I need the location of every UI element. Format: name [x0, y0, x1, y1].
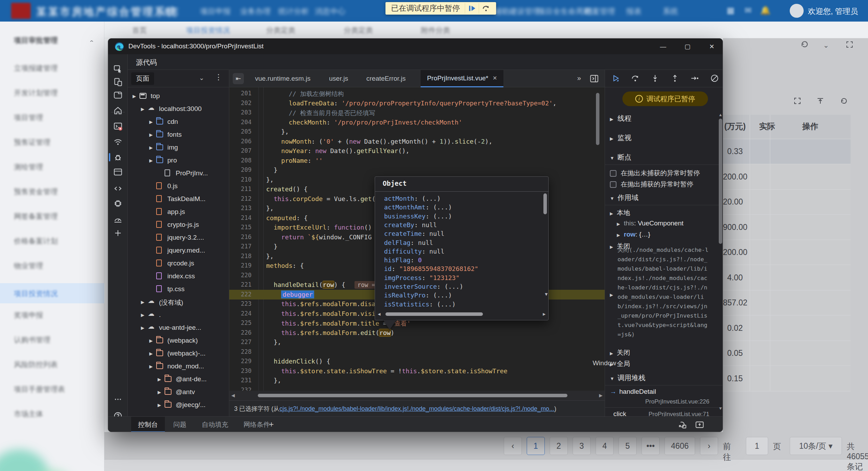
code-line[interactable]: 229 hiddenClick() { [229, 357, 605, 366]
object-property[interactable]: actMonth: (...) [384, 195, 441, 203]
line-number[interactable]: 204 [229, 119, 252, 126]
closure-expand-icon[interactable]: ▶ [610, 293, 613, 297]
code-line[interactable]: 201 // 加载左侧树结构 [229, 89, 605, 98]
sidebar-item[interactable]: 认购书管理 [14, 335, 50, 349]
line-number[interactable]: 226 [229, 329, 252, 336]
tree-item[interactable]: ProPrjInv... [128, 167, 229, 180]
line-number[interactable]: 224 [229, 310, 252, 317]
tree-item[interactable]: jquery-3.2.... [128, 232, 229, 245]
prev-page-button[interactable]: ‹ [504, 437, 522, 455]
object-property[interactable]: difficulty: null [384, 248, 444, 256]
tree-item[interactable]: ▶pro [128, 154, 229, 167]
console-icon[interactable] [113, 121, 123, 131]
nav-item-masked[interactable]: 项目申报 [200, 6, 231, 17]
line-number[interactable]: 221 [229, 281, 252, 288]
tree-item[interactable]: tp.css [128, 283, 229, 296]
devtools-titlebar[interactable]: DevTools - localhost:3000/pro/ProPrjInve… [108, 39, 723, 54]
nav-item-masked[interactable]: 统计分析 [278, 6, 309, 17]
column-header[interactable]: 实际 [759, 121, 775, 132]
grid-icon[interactable]: ▦ [725, 6, 736, 16]
fullscreen-icon[interactable] [845, 40, 854, 49]
line-number[interactable]: 220 [229, 272, 252, 279]
dock-icon[interactable] [677, 420, 687, 430]
table-row[interactable]: 0.05 [723, 341, 851, 366]
performance-icon[interactable] [113, 214, 123, 224]
step-into-icon[interactable] [650, 73, 661, 84]
scope-this[interactable]: ▶this: VueComponent [617, 219, 683, 227]
pause-caught-checkbox[interactable]: 在抛出捕获的异常时暂停 [610, 180, 693, 189]
table-fullscreen-icon[interactable] [793, 97, 802, 105]
object-property[interactable]: id: "1896855948370268162" [384, 265, 478, 274]
add-icon[interactable] [113, 228, 123, 238]
page-button[interactable]: 4606 [664, 437, 695, 455]
open-panel-icon[interactable] [695, 420, 704, 430]
expand-icon[interactable]: ▶ [149, 351, 153, 356]
subnav-tab[interactable]: 首页 [132, 25, 147, 35]
refresh-icon[interactable] [800, 40, 809, 49]
section-scope[interactable]: ▼作用域 [610, 193, 638, 202]
expand-icon[interactable]: ▶ [149, 364, 153, 369]
expand-icon[interactable]: ▶ [158, 402, 161, 408]
line-number[interactable]: 219 [229, 262, 252, 269]
avatar[interactable] [790, 4, 804, 18]
tree-item[interactable]: ▶(webpack) [128, 335, 229, 348]
sidebar-item[interactable]: 测绘管理 [14, 162, 43, 176]
nav-item-masked[interactable]: 消息中心 [315, 6, 345, 17]
code-line[interactable]: 228 [229, 347, 605, 357]
sidebar-item[interactable]: 项目投资情况 [14, 289, 58, 303]
tab-file[interactable]: vue.runtime.esm.js [249, 70, 317, 87]
window-icon[interactable] [113, 90, 123, 100]
table-row[interactable]: 200.00 [723, 165, 851, 190]
sidebar-item[interactable]: 奖项申报 [14, 310, 43, 324]
page-size-select[interactable]: 10条/页 ▾ [790, 437, 842, 455]
subnav-tab[interactable]: 项目投资情况 [186, 25, 230, 35]
tree-item[interactable]: ▶fonts [128, 129, 229, 142]
page-button[interactable]: 4 [596, 437, 614, 455]
line-number[interactable]: 216 [229, 233, 252, 240]
tree-item[interactable]: index.css [128, 270, 229, 283]
nav-item-masked[interactable]: 档案管理 [584, 6, 615, 17]
line-number[interactable]: 211 [229, 185, 252, 192]
table-row[interactable]: 857.02 [723, 290, 851, 316]
line-number[interactable]: 203 [229, 109, 252, 116]
sidebar-scrollbar[interactable]: ▲ ▼ [718, 70, 723, 416]
code-line[interactable]: 207 nowYear: new Date().getFullYear(), [229, 146, 605, 156]
table-row[interactable]: 200.00 [723, 240, 851, 265]
scope-closure-2[interactable]: ▶关闭 [610, 348, 630, 357]
add-tab-icon[interactable]: + [269, 420, 274, 429]
sidebar-item[interactable]: 开发计划管理 [14, 88, 58, 102]
page-button[interactable]: 3 [573, 437, 591, 455]
tree-item[interactable]: app.js [128, 206, 229, 219]
code-line[interactable]: 208 proName: '' [229, 156, 605, 166]
expand-icon[interactable]: ▶ [141, 325, 144, 330]
sidebar-item[interactable]: 网签备案管理 [14, 211, 58, 225]
popup-scroll-left-icon[interactable]: ◀ [378, 311, 381, 317]
line-number[interactable]: 201 [229, 90, 252, 97]
resume-icon[interactable] [611, 73, 621, 84]
object-property[interactable]: businessKey: (...) [384, 213, 452, 221]
network-icon[interactable] [113, 137, 123, 147]
callstack-location[interactable]: ProPrjInvestList.vue:226 [645, 398, 709, 405]
sidebar-item[interactable]: 价格备案计划 [14, 236, 58, 250]
line-number[interactable]: 225 [229, 319, 252, 326]
debug-icon[interactable] [113, 152, 123, 162]
scroll-right-icon[interactable]: ▶ [599, 393, 603, 398]
tab-active-file[interactable]: ProPrjInvestList.vue*✕ [421, 70, 503, 87]
code-line[interactable]: 231 }, [229, 376, 605, 385]
next-page-button[interactable]: › [700, 437, 718, 455]
open-panel-icon[interactable] [589, 74, 599, 83]
line-number[interactable]: 205 [229, 128, 252, 135]
line-number[interactable]: 208 [229, 157, 252, 164]
tab-page[interactable]: 页面 [131, 72, 154, 85]
column-header[interactable]: (万元) [724, 121, 746, 132]
sidebar-item[interactable]: 项目审批管理 [14, 35, 58, 49]
object-property[interactable]: isStatistics: (...) [384, 301, 456, 309]
tree-item[interactable]: ▶cdn [128, 116, 229, 129]
code-line[interactable]: 205 }, [229, 127, 605, 137]
line-number[interactable]: 223 [229, 300, 252, 307]
sidebar-item[interactable]: 预售证管理 [14, 137, 50, 151]
line-number[interactable]: 218 [229, 253, 252, 260]
inspect-icon[interactable] [113, 64, 123, 74]
memory-icon[interactable] [113, 199, 123, 208]
section-watch[interactable]: ▶监视 [610, 133, 631, 143]
